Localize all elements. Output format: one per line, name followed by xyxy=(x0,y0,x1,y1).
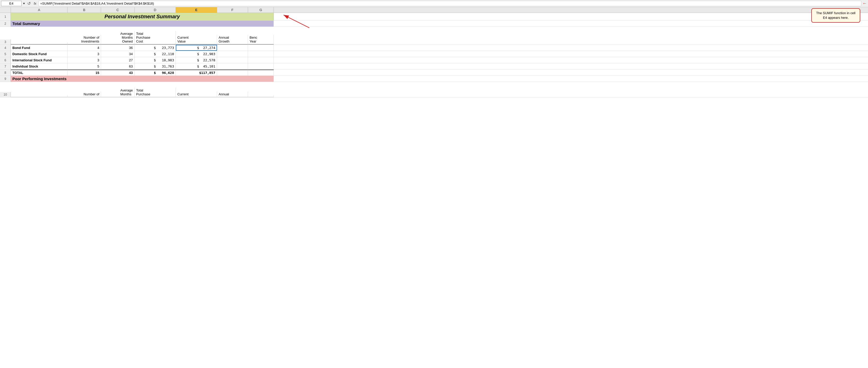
row-7: 7 Individual Stock 5 63 $ 31,763 $ 45,10… xyxy=(0,63,868,70)
cell-6f[interactable] xyxy=(217,57,248,63)
col-header-d[interactable]: D xyxy=(134,7,176,13)
cell-8e[interactable]: $117,857 xyxy=(176,70,217,75)
cell-7f[interactable] xyxy=(217,63,248,69)
cell-10b: Number of xyxy=(67,92,101,97)
formula-arrow-icon: ← xyxy=(862,1,867,6)
cell-5c[interactable]: 34 xyxy=(101,51,134,57)
row-header-spacer xyxy=(0,7,11,13)
cell-3g: BencYear xyxy=(248,35,274,44)
cell-5b[interactable]: 3 xyxy=(67,51,101,57)
cell-8c[interactable]: 43 xyxy=(101,70,134,75)
cell-4c[interactable]: 36 xyxy=(101,45,134,51)
cell-8a[interactable]: TOTAL xyxy=(11,70,67,75)
cell-3d: TotalPurchaseCost xyxy=(134,31,176,44)
row-num-6: 6 xyxy=(0,57,11,63)
cell-6e[interactable]: $ 22,578 xyxy=(176,57,217,63)
row-num-2: 2 xyxy=(0,21,11,27)
row-num-3: 3 xyxy=(0,39,11,44)
row-4: 4 Bond Fund 4 36 $ 23,773 $ 27,274 xyxy=(0,45,868,51)
undo-button[interactable]: ↺ xyxy=(26,1,32,6)
total-summary-header: Total Summary xyxy=(11,21,274,27)
cell-10f: Annual xyxy=(217,92,248,97)
cell-10c: AverageMonths xyxy=(101,88,134,97)
cell-10a xyxy=(11,95,67,97)
cell-3c: AverageMonthsOwned xyxy=(101,31,134,44)
cell-6g[interactable] xyxy=(248,57,274,63)
cell-ref-dropdown[interactable]: ▼ xyxy=(23,2,25,5)
cell-7b[interactable]: 5 xyxy=(67,63,101,69)
cell-4e[interactable]: $ 27,274 xyxy=(176,45,217,51)
row-1: 1 Personal Investment Summary xyxy=(0,13,868,21)
cell-8g[interactable] xyxy=(248,70,274,75)
cell-4b[interactable]: 4 xyxy=(67,45,101,51)
col-header-c[interactable]: C xyxy=(101,7,134,13)
row-num-5: 5 xyxy=(0,51,11,57)
row-5: 5 Domestic Stock Fund 3 34 $ 22,110 $ 22… xyxy=(0,51,868,57)
fx-label: fx xyxy=(33,2,37,5)
title-cell[interactable]: Personal Investment Summary xyxy=(11,13,274,20)
column-headers-row: A B C D E F G xyxy=(0,7,868,13)
sumif-annotation-text: The SUMIF function in cell E4 appears he… xyxy=(816,11,856,20)
spreadsheet-wrapper: A B C D E F G 1 Personal Investment Summ… xyxy=(0,7,868,97)
col-header-e[interactable]: E xyxy=(176,7,217,13)
col-header-f[interactable]: F xyxy=(217,7,248,13)
cell-6a[interactable]: International Stock Fund xyxy=(11,57,67,63)
row-6: 6 International Stock Fund 3 27 $ 18,983… xyxy=(0,57,868,63)
row-num-8: 8 xyxy=(0,70,11,75)
cell-8d[interactable]: $ 96,628 xyxy=(134,70,176,75)
cell-5a[interactable]: Domestic Stock Fund xyxy=(11,51,67,57)
cell-3b: Number ofInvestments xyxy=(67,35,101,44)
cell-8b[interactable]: 15 xyxy=(67,70,101,75)
cell-4a[interactable]: Bond Fund xyxy=(11,45,67,51)
formula-bar: E4 ▼ ↺ fx =SUMIF('Investment Detail'!$A$… xyxy=(0,0,868,7)
cell-3e: CurrentValue xyxy=(176,35,217,44)
col-header-a[interactable]: A xyxy=(11,7,67,13)
cell-4d[interactable]: $ 23,773 xyxy=(134,45,176,51)
poor-performing-header: Poor Performing Investments xyxy=(11,76,274,82)
cell-6d[interactable]: $ 18,983 xyxy=(134,57,176,63)
row-9: 9 Poor Performing Investments xyxy=(0,76,868,82)
cell-10d: TotalPurchase xyxy=(134,88,176,97)
sumif-annotation-box: The SUMIF function in cell E4 appears he… xyxy=(811,8,860,23)
cell-7c[interactable]: 63 xyxy=(101,63,134,69)
col-header-b[interactable]: B xyxy=(67,7,101,13)
cell-5d[interactable]: $ 22,110 xyxy=(134,51,176,57)
cell-10g xyxy=(248,95,274,97)
cell-8f[interactable] xyxy=(217,70,248,75)
cell-6b[interactable]: 3 xyxy=(67,57,101,63)
sumif-annotation-container: The SUMIF function in cell E4 appears he… xyxy=(811,8,860,23)
cell-3a xyxy=(11,42,67,44)
row-num-9: 9 xyxy=(0,76,11,82)
row-10: 10 Number of AverageMonths TotalPurchase… xyxy=(0,82,868,97)
cell-4f[interactable] xyxy=(217,45,248,51)
cell-reference-box[interactable]: E4 xyxy=(1,1,22,6)
row-3: 3 Number ofInvestments AverageMonthsOwne… xyxy=(0,27,868,45)
col-header-g[interactable]: G xyxy=(248,7,274,13)
cell-5g[interactable] xyxy=(248,51,274,57)
cell-3f: AnnualGrowth xyxy=(217,35,248,44)
spreadsheet: A B C D E F G 1 Personal Investment Summ… xyxy=(0,7,868,97)
cell-4g[interactable] xyxy=(248,45,274,51)
spreadsheet-title: Personal Investment Summary xyxy=(12,14,272,20)
formula-input[interactable]: =SUMIF('Investment Detail'!$A$4:$A$18,A4… xyxy=(38,1,861,6)
row-8: 8 TOTAL 15 43 $ 96,628 $117,857 xyxy=(0,70,868,76)
row-2: 2 Total Summary xyxy=(0,21,868,27)
cell-7g[interactable] xyxy=(248,63,274,69)
cell-5e[interactable]: $ 22,903 xyxy=(176,51,217,57)
cell-6c[interactable]: 27 xyxy=(101,57,134,63)
row-num-1: 1 xyxy=(0,13,11,20)
row-num-10: 10 xyxy=(0,92,11,97)
row-num-4: 4 xyxy=(0,45,11,51)
cell-7d[interactable]: $ 31,763 xyxy=(134,63,176,69)
row-num-7: 7 xyxy=(0,63,11,69)
cell-7e[interactable]: $ 45,101 xyxy=(176,63,217,69)
cell-5f[interactable] xyxy=(217,51,248,57)
cell-7a[interactable]: Individual Stock xyxy=(11,63,67,69)
cell-10e: Current xyxy=(176,92,217,97)
